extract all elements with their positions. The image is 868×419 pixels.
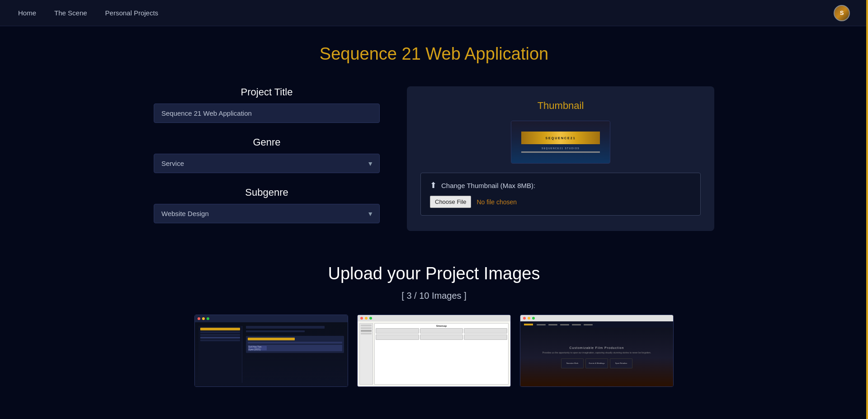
screenshot-sim-1: Evil Has Two Eyes (2021): [195, 315, 348, 386]
main-content: Sequence 21 Web Application Project Titl…: [118, 26, 750, 405]
project-title-input[interactable]: [154, 104, 380, 123]
project-form: Project Title Genre Service Film Photogr…: [154, 86, 380, 237]
project-image-1[interactable]: Evil Has Two Eyes (2021): [194, 315, 348, 387]
page-title: Sequence 21 Web Application: [154, 44, 714, 64]
project-title-label: Project Title: [154, 86, 380, 98]
navigation: Home The Scene Personal Projects S: [0, 0, 868, 26]
image-count: [ 3 / 10 Images ]: [154, 291, 714, 301]
subgenre-group: Subgenre Website Design Web App Mobile A…: [154, 187, 380, 223]
project-image-3[interactable]: Customizable Film Production Provides us…: [520, 315, 674, 387]
upload-section: Upload your Project Images [ 3 / 10 Imag…: [154, 264, 714, 301]
genre-select[interactable]: Service Film Photography Music Art Other: [154, 154, 380, 173]
thumbnail-section: Thumbnail SEQUENCE21 SEQUENCE21 STUDIOS …: [407, 86, 714, 231]
genre-select-wrapper: Service Film Photography Music Art Other…: [154, 154, 380, 173]
screenshot-sim-3: Customizable Film Production Provides us…: [520, 315, 673, 386]
project-title-group: Project Title: [154, 86, 380, 123]
image-grid: Evil Has Two Eyes (2021): [154, 315, 714, 387]
screenshot-sim-2: Sitemap: [358, 315, 510, 386]
file-input-row: Choose File No file chosen: [430, 196, 691, 208]
nav-projects[interactable]: Personal Projects: [105, 7, 159, 19]
accent-line: [866, 0, 868, 419]
project-image-2[interactable]: Sitemap: [357, 315, 511, 387]
nav-scene[interactable]: The Scene: [54, 7, 87, 19]
thumb-studio-text: SEQUENCE21 STUDIOS: [542, 147, 580, 150]
genre-group: Genre Service Film Photography Music Art…: [154, 137, 380, 173]
thumbnail-image: SEQUENCE21 SEQUENCE21 STUDIOS: [511, 121, 610, 164]
avatar[interactable]: S: [834, 5, 850, 21]
change-thumbnail-box: ⬆ Change Thumbnail (Max 8MB): Choose Fil…: [420, 173, 701, 216]
thumb-logo-text: SEQUENCE21: [545, 137, 576, 140]
choose-file-button[interactable]: Choose File: [430, 196, 471, 208]
upload-icon: ⬆: [430, 180, 437, 190]
nav-home[interactable]: Home: [18, 7, 36, 19]
genre-label: Genre: [154, 137, 380, 148]
subgenre-select[interactable]: Website Design Web App Mobile App Other: [154, 204, 380, 223]
no-file-text: No file chosen: [476, 198, 517, 206]
thumbnail-preview: SEQUENCE21 SEQUENCE21 STUDIOS: [420, 121, 701, 164]
upload-title: Upload your Project Images: [154, 264, 714, 283]
change-thumb-text: Change Thumbnail (Max 8MB):: [441, 182, 535, 189]
thumbnail-title: Thumbnail: [420, 100, 701, 112]
subgenre-select-wrapper: Website Design Web App Mobile App Other …: [154, 204, 380, 223]
change-thumb-label: ⬆ Change Thumbnail (Max 8MB):: [430, 180, 691, 190]
subgenre-label: Subgenre: [154, 187, 380, 198]
form-thumbnail-layout: Project Title Genre Service Film Photogr…: [154, 86, 714, 237]
nav-links: Home The Scene Personal Projects: [18, 7, 158, 19]
